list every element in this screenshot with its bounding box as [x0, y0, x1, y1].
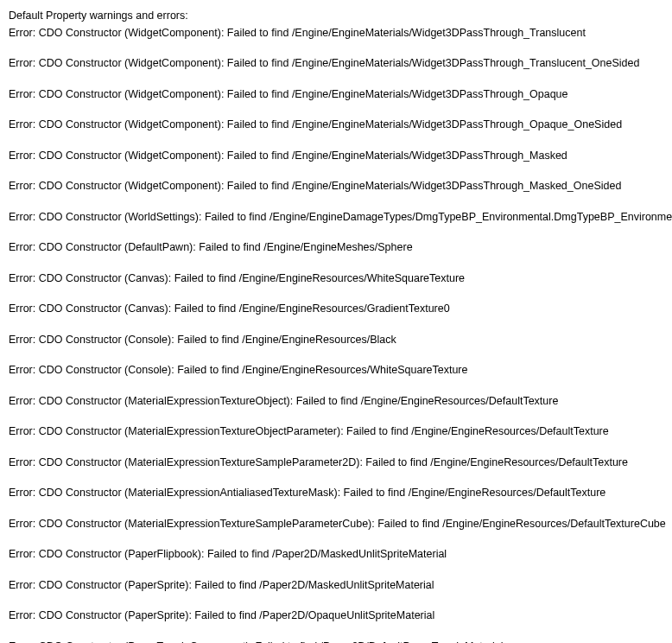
error-line: Error: CDO Constructor (Console): Failed…	[9, 363, 663, 379]
error-line: Error: CDO Constructor (MaterialExpressi…	[9, 455, 663, 471]
error-line: Error: CDO Constructor (WidgetComponent)…	[9, 179, 663, 194]
error-line: Error: CDO Constructor (WidgetComponent)…	[9, 118, 663, 133]
error-line: Error: CDO Constructor (DefaultPawn): Fa…	[9, 240, 663, 256]
error-line: Error: CDO Constructor (Canvas): Failed …	[9, 271, 663, 287]
error-line: Error: CDO Constructor (WidgetComponent)…	[9, 56, 663, 72]
error-line: Error: CDO Constructor (MaterialExpressi…	[9, 394, 663, 410]
error-line: Error: CDO Constructor (PaperSprite): Fa…	[9, 608, 663, 624]
error-line: Error: CDO Constructor (Console): Failed…	[9, 333, 663, 348]
error-line: Error: CDO Constructor (Canvas): Failed …	[9, 302, 663, 317]
error-line: Error: CDO Constructor (WorldSettings): …	[9, 210, 663, 226]
error-line: Error: CDO Constructor (PaperFlipbook): …	[9, 547, 663, 563]
error-line: Error: CDO Constructor (WidgetComponent)…	[9, 149, 663, 164]
log-header: Default Property warnings and errors:	[9, 9, 663, 24]
error-line: Error: CDO Constructor (MaterialExpressi…	[9, 424, 663, 440]
error-line: Error: CDO Constructor (MaterialExpressi…	[9, 517, 663, 532]
error-line: Error: CDO Constructor (PaperSprite): Fa…	[9, 578, 663, 594]
error-line: Error: CDO Constructor (PaperTerrainComp…	[9, 640, 663, 644]
error-line: Error: CDO Constructor (WidgetComponent)…	[9, 87, 663, 103]
error-line: Error: CDO Constructor (WidgetComponent)…	[9, 26, 663, 41]
error-line: Error: CDO Constructor (MaterialExpressi…	[9, 486, 663, 501]
